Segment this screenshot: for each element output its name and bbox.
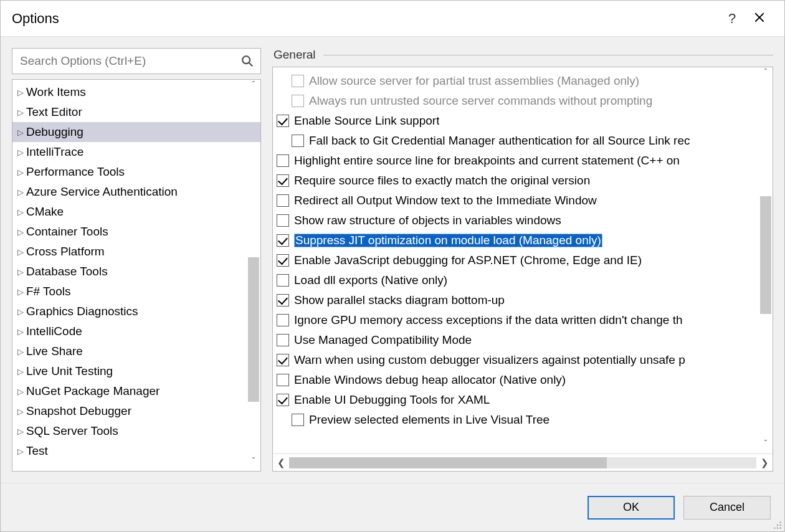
resize-grip-icon[interactable] [773, 521, 782, 530]
expand-icon[interactable]: ▷ [17, 427, 26, 436]
checkbox[interactable] [277, 194, 289, 207]
option-row[interactable]: Fall back to Git Credential Manager auth… [273, 131, 773, 151]
option-row[interactable]: Always run untrusted source server comma… [273, 91, 773, 111]
checkbox[interactable] [277, 274, 289, 287]
tree-item[interactable]: ▷ IntelliTrace [12, 142, 260, 162]
tree-item[interactable]: ▷ Test [12, 441, 260, 461]
panel-hscrollbar[interactable]: ❮ ❯ [273, 454, 773, 471]
checkbox[interactable] [277, 374, 289, 386]
tree-item-label: Debugging [26, 125, 83, 139]
option-row[interactable]: Suppress JIT optimization on module load… [273, 230, 773, 250]
expand-icon[interactable]: ▷ [17, 287, 26, 297]
options-panel: Allow source server for partial trust as… [272, 67, 773, 472]
scroll-down-icon[interactable]: ˇ [247, 456, 260, 471]
help-button[interactable]: ? [718, 11, 746, 27]
search-input[interactable] [20, 54, 240, 68]
ok-button[interactable]: OK [588, 496, 675, 520]
tree-item[interactable]: ▷ SQL Server Tools [12, 421, 260, 441]
scroll-up-icon[interactable]: ˆ [759, 67, 773, 82]
checkbox[interactable] [277, 234, 289, 247]
expand-icon[interactable]: ▷ [17, 207, 26, 217]
option-row[interactable]: Enable Source Link support [273, 111, 773, 131]
option-row[interactable]: Ignore GPU memory access exceptions if t… [273, 310, 773, 330]
option-label: Require source files to exactly match th… [294, 174, 590, 188]
section-header: General [272, 48, 773, 62]
option-row[interactable]: Load dll exports (Native only) [273, 270, 773, 290]
checkbox[interactable] [277, 154, 289, 167]
option-label: Allow source server for partial trust as… [309, 74, 639, 88]
expand-icon[interactable]: ▷ [17, 227, 26, 237]
option-row[interactable]: Show raw structure of objects in variabl… [273, 211, 773, 230]
tree-item[interactable]: ▷ Text Editor [12, 102, 260, 122]
tree-item[interactable]: ▷ Live Share [12, 341, 260, 361]
expand-icon[interactable]: ▷ [17, 327, 26, 336]
svg-point-6 [777, 525, 778, 526]
tree-item[interactable]: ▷ Work Items [12, 82, 260, 102]
checkbox[interactable] [292, 414, 304, 426]
option-row[interactable]: Warn when using custom debugger visualiz… [273, 350, 773, 370]
expand-icon[interactable]: ▷ [17, 367, 26, 376]
scroll-right-icon[interactable]: ❯ [756, 457, 773, 468]
option-row[interactable]: Enable UI Debugging Tools for XAML [273, 390, 773, 410]
checkbox[interactable] [277, 394, 289, 406]
cancel-button[interactable]: Cancel [683, 496, 771, 520]
option-row[interactable]: Show parallel stacks diagram bottom-up [273, 290, 773, 310]
checkbox[interactable] [277, 294, 289, 306]
panel-vscrollbar[interactable]: ˆ ˇ [759, 67, 773, 454]
expand-icon[interactable]: ▷ [17, 88, 26, 97]
tree-item[interactable]: ▷ Live Unit Testing [12, 361, 260, 381]
section-title: General [274, 48, 316, 62]
tree-item[interactable]: ▷ NuGet Package Manager [12, 381, 260, 401]
option-row[interactable]: Use Managed Compatibility Mode [273, 330, 773, 350]
expand-icon[interactable]: ▷ [17, 307, 26, 316]
option-label: Load dll exports (Native only) [294, 273, 447, 287]
svg-point-2 [242, 56, 250, 64]
expand-icon[interactable]: ▷ [17, 247, 26, 257]
scroll-left-icon[interactable]: ❮ [273, 457, 289, 468]
close-button[interactable] [746, 11, 773, 27]
checkbox[interactable] [277, 174, 289, 187]
expand-icon[interactable]: ▷ [17, 188, 26, 197]
expand-icon[interactable]: ▷ [17, 108, 26, 117]
checkbox[interactable] [292, 135, 304, 147]
tree-item[interactable]: ▷ Graphics Diagnostics [12, 302, 260, 321]
search-box[interactable] [12, 48, 261, 74]
tree-item[interactable]: ▷ Database Tools [12, 262, 260, 282]
option-row[interactable]: Redirect all Output Window text to the I… [273, 191, 773, 211]
tree-scrollbar[interactable]: ˆ ˇ [247, 80, 260, 471]
option-row[interactable]: Enable Windows debug heap allocator (Nat… [273, 370, 773, 390]
expand-icon[interactable]: ▷ [17, 387, 26, 396]
expand-icon[interactable]: ▷ [17, 168, 26, 177]
checkbox[interactable] [277, 354, 289, 366]
expand-icon[interactable]: ▷ [17, 148, 26, 157]
tree-item[interactable]: ▷ Cross Platform [12, 242, 260, 262]
expand-icon[interactable]: ▷ [17, 407, 26, 416]
tree-item-label: Cross Platform [26, 245, 105, 259]
expand-icon[interactable]: ▷ [17, 267, 26, 277]
tree-item[interactable]: ▷ IntelliCode [12, 321, 260, 341]
scroll-up-icon[interactable]: ˆ [247, 80, 260, 95]
option-row[interactable]: Highlight entire source line for breakpo… [273, 151, 773, 171]
tree-item-label: Container Tools [26, 225, 108, 239]
checkbox[interactable] [277, 334, 289, 346]
tree-item[interactable]: ▷ F# Tools [12, 282, 260, 302]
scroll-down-icon[interactable]: ˇ [759, 439, 773, 454]
option-row[interactable]: Require source files to exactly match th… [273, 171, 773, 191]
option-row[interactable]: Allow source server for partial trust as… [273, 71, 773, 91]
checkbox[interactable] [277, 314, 289, 326]
checkbox[interactable] [277, 214, 289, 227]
expand-icon[interactable]: ▷ [17, 447, 26, 456]
tree-item[interactable]: ▷ Performance Tools [12, 162, 260, 182]
option-row[interactable]: Enable JavaScript debugging for ASP.NET … [273, 250, 773, 270]
option-row[interactable]: Preview selected elements in Live Visual… [273, 410, 773, 430]
expand-icon[interactable]: ▷ [17, 347, 26, 356]
tree-item[interactable]: ▷ Azure Service Authentication [12, 182, 260, 202]
tree-item[interactable]: ▷ Container Tools [12, 222, 260, 242]
option-label: Always run untrusted source server comma… [309, 94, 652, 108]
checkbox[interactable] [277, 115, 289, 127]
tree-item[interactable]: ▷ CMake [12, 202, 260, 222]
tree-item[interactable]: ▷ Snapshot Debugger [12, 401, 260, 421]
checkbox[interactable] [277, 254, 289, 267]
tree-item[interactable]: ▷ Debugging [12, 122, 260, 142]
expand-icon[interactable]: ▷ [17, 128, 26, 137]
